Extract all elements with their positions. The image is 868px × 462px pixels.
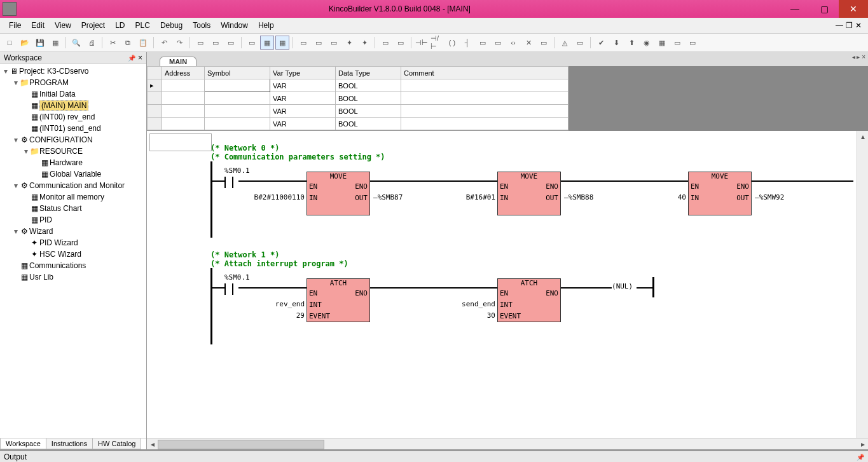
redo-button[interactable]: ↷ <box>172 36 186 50</box>
vt-hdr-symbol[interactable]: Symbol <box>205 67 270 79</box>
vt-hdr-vartype[interactable]: Var Type <box>270 67 336 79</box>
open-button[interactable]: 📂 <box>18 36 32 50</box>
table-row[interactable]: VARBOOL <box>148 118 568 130</box>
ws-tab-workspace[interactable]: Workspace <box>0 438 46 449</box>
tree-pid-wizard[interactable]: PID Wizard <box>39 238 78 247</box>
tab-nav[interactable]: ◂ ▸ × <box>852 53 865 60</box>
tool-p-button[interactable]: ▭ <box>537 36 551 50</box>
tool-e-button[interactable]: ▦ <box>260 36 274 50</box>
mdi-close-icon[interactable]: ✕ <box>855 21 862 30</box>
tool-i-button[interactable]: ▭ <box>327 36 341 50</box>
tree-wizard[interactable]: Wizard <box>29 227 53 236</box>
delete-button[interactable]: ✕ <box>521 36 535 50</box>
menu-view[interactable]: View <box>50 20 76 31</box>
tree-hardware[interactable]: Hardware <box>50 158 83 167</box>
table-row[interactable]: ▸VARBOOL <box>148 79 568 92</box>
menu-debug[interactable]: Debug <box>155 20 188 31</box>
undo-button[interactable]: ↶ <box>157 36 171 50</box>
fb-button[interactable]: ▭ <box>476 36 490 50</box>
branch-button[interactable]: ┤ <box>460 36 474 50</box>
tree-project-root[interactable]: Project: K3-CDservo <box>19 67 88 76</box>
tool-k-button[interactable]: ✦ <box>357 36 371 50</box>
tree-program[interactable]: PROGRAM <box>29 78 69 87</box>
ws-tab-hwcatalog[interactable]: HW Catalog <box>93 438 141 449</box>
project-tree[interactable]: ▾🖥Project: K3-CDservo ▾📁PROGRAM ▦Initial… <box>0 64 146 438</box>
menu-project[interactable]: Project <box>76 20 110 31</box>
tool-m-button[interactable]: ▭ <box>394 36 408 50</box>
save-button[interactable]: 💾 <box>33 36 47 50</box>
tree-int01[interactable]: (INT01) send_end <box>39 124 101 133</box>
ladder-vscroll[interactable]: ▴ <box>857 131 868 438</box>
rung-1[interactable]: %SM0.1 ATCH ENENO INT EVENT rev_end 29 <box>210 268 857 344</box>
ladder-hscroll[interactable]: ◂ ▸ <box>147 438 868 449</box>
tool-d-button[interactable]: ▭ <box>245 36 259 50</box>
editor-tab-main[interactable]: MAIN <box>160 57 196 66</box>
vt-hdr-address[interactable]: Address <box>162 67 205 79</box>
paste-button[interactable]: 📋 <box>136 36 150 50</box>
tree-global-var[interactable]: Global Variable <box>50 170 101 179</box>
menu-tools[interactable]: Tools <box>188 20 216 31</box>
tool-t-button[interactable]: ▭ <box>685 36 699 50</box>
tree-pid[interactable]: PID <box>39 215 52 224</box>
compile-button[interactable]: ✔ <box>594 36 608 50</box>
block-atch-2[interactable]: ATCH ENENO INT EVENT <box>497 278 561 322</box>
tool-r-button[interactable]: ▭ <box>573 36 587 50</box>
contact-no-button[interactable]: ⊣⊢ <box>415 36 429 50</box>
download-button[interactable]: ⬇ <box>609 36 623 50</box>
output-pin-icon[interactable]: 📌 <box>857 454 864 461</box>
tool-a-button[interactable]: ▭ <box>193 36 207 50</box>
tool-g-button[interactable]: ▭ <box>296 36 310 50</box>
tree-usrlib[interactable]: Usr Lib <box>29 273 53 282</box>
tool-o-button[interactable]: ‹› <box>506 36 520 50</box>
tree-hsc-wizard[interactable]: HSC Wizard <box>39 250 81 259</box>
tool-n-button[interactable]: ▭ <box>491 36 505 50</box>
block-move-1[interactable]: MOVE ENENO INOUT <box>307 172 370 215</box>
menu-plc[interactable]: PLC <box>130 20 155 31</box>
tree-int00[interactable]: (INT00) rev_end <box>39 112 95 121</box>
menu-help[interactable]: Help <box>253 20 279 31</box>
tree-status-chart[interactable]: Status Chart <box>39 204 82 213</box>
menu-ld[interactable]: LD <box>110 20 130 31</box>
block-move-3[interactable]: MOVE ENENO INOUT <box>688 172 752 215</box>
panel-close-icon[interactable]: × <box>138 53 142 62</box>
new-button[interactable]: □ <box>3 36 17 50</box>
contact-nc-button[interactable]: ⊣/⊢ <box>430 36 444 50</box>
monitor-button[interactable]: ◉ <box>640 36 654 50</box>
cut-button[interactable]: ✂ <box>106 36 120 50</box>
mdi-minimize-icon[interactable]: — <box>836 21 843 30</box>
chart-button[interactable]: ▦ <box>655 36 669 50</box>
rung-0[interactable]: %SM0.1 MOVE ENENO INOUT B#2#11000110 —%S… <box>210 161 857 238</box>
tree-comm-monitor[interactable]: Communication and Monitor <box>29 181 125 190</box>
tool-b-button[interactable]: ▭ <box>209 36 223 50</box>
tree-resource[interactable]: RESOURCE <box>39 147 83 156</box>
mdi-restore-icon[interactable]: ❐ <box>846 21 853 30</box>
coil-button[interactable]: ( ) <box>445 36 459 50</box>
vt-hdr-datatype[interactable]: Data Type <box>336 67 401 79</box>
tool-c-button[interactable]: ▭ <box>224 36 238 50</box>
upload-button[interactable]: ⬆ <box>624 36 638 50</box>
tree-communications[interactable]: Communications <box>29 261 86 270</box>
tool-j-button[interactable]: ✦ <box>342 36 356 50</box>
tool-f-button[interactable]: ▦ <box>275 36 289 50</box>
menu-window[interactable]: Window <box>216 20 253 31</box>
menu-file[interactable]: File <box>4 20 26 31</box>
vt-hdr-comment[interactable]: Comment <box>401 67 568 79</box>
pin-icon[interactable]: 📌 <box>128 55 135 62</box>
tool-l-button[interactable]: ▭ <box>378 36 392 50</box>
copy-button[interactable]: ⧉ <box>121 36 135 50</box>
tool-q-button[interactable]: ◬ <box>558 36 572 50</box>
menu-edit[interactable]: Edit <box>26 20 50 31</box>
tree-configuration[interactable]: CONFIGURATION <box>29 135 93 144</box>
minimize-button[interactable]: — <box>780 0 809 18</box>
table-row[interactable]: VARBOOL <box>148 92 568 105</box>
maximize-button[interactable]: ▢ <box>809 0 839 18</box>
close-button[interactable]: ✕ <box>839 0 868 18</box>
tool-s-button[interactable]: ▭ <box>670 36 684 50</box>
tool-h-button[interactable]: ▭ <box>312 36 326 50</box>
table-row[interactable]: VARBOOL <box>148 105 568 118</box>
print-button[interactable]: 🖨 <box>85 36 99 50</box>
tree-monitor-all[interactable]: Monitor all memory <box>39 193 104 201</box>
block-move-2[interactable]: MOVE ENENO INOUT <box>497 172 561 215</box>
ws-tab-instructions[interactable]: Instructions <box>46 438 93 449</box>
ladder-editor[interactable]: (* Network 0 *) (* Communication paramet… <box>147 131 857 438</box>
